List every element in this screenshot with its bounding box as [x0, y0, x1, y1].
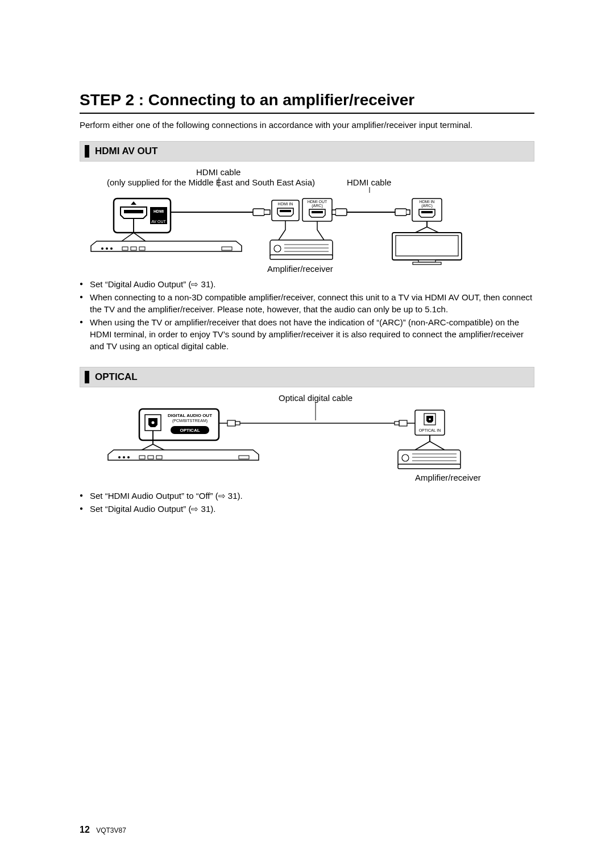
hdmi-bullet-2: When connecting to a non-3D compatible a…	[80, 291, 534, 315]
svg-text:OPTICAL: OPTICAL	[180, 428, 200, 433]
svg-point-9	[106, 247, 108, 250]
label-optical-cable: Optical digital cable	[279, 393, 352, 403]
page-title: STEP 2 : Connecting to an amplifier/rece…	[80, 91, 534, 114]
label-hdmi-cable-note: (only supplied for the Middle East and S…	[107, 177, 315, 187]
svg-rect-37	[421, 211, 433, 213]
section-optical-header: OPTICAL	[80, 367, 534, 387]
label-hdmi-cable-right: HDMI cable	[347, 177, 391, 187]
page-footer: 12 VQT3V87	[80, 825, 126, 835]
svg-point-10	[110, 247, 113, 250]
svg-rect-41	[413, 262, 441, 264]
svg-rect-31	[335, 209, 347, 216]
optical-bullet-list: Set “HDMI Audio Output” to “Off” (⇨ 31).…	[80, 490, 534, 515]
svg-rect-32	[395, 209, 406, 216]
svg-point-51	[123, 456, 125, 458]
section-optical-title: OPTICAL	[95, 371, 138, 383]
section-hdmi-header: HDMI AV OUT	[80, 141, 534, 162]
svg-point-65	[429, 418, 431, 420]
optical-diagram: Optical digital cable Amplifier/receiver…	[80, 393, 534, 484]
svg-rect-61	[395, 421, 399, 425]
svg-rect-68	[398, 450, 460, 466]
section-hdmi-title: HDMI AV OUT	[95, 146, 158, 157]
svg-text:HDMI OUT: HDMI OUT	[308, 200, 327, 204]
svg-rect-60	[399, 420, 407, 426]
hdmi-bullet-1: Set “Digital Audio Output” (⇨ 31).	[80, 278, 534, 290]
svg-text:HDMI IN: HDMI IN	[420, 200, 435, 204]
page-number: 12	[80, 825, 90, 834]
svg-rect-23	[312, 211, 323, 213]
svg-rect-57	[227, 420, 235, 426]
label-amplifier: Amplifier/receiver	[267, 264, 333, 274]
optical-bullet-2: Set “Digital Audio Output” (⇨ 31).	[80, 503, 534, 515]
svg-point-8	[101, 247, 103, 250]
optical-svg: DIGITAL AUDIO OUT (PCM/BITSTREAM) OPTICA…	[80, 393, 534, 484]
label-hdmi-cable-top: HDMI cable	[196, 167, 240, 177]
label-amplifier-optical: Amplifier/receiver	[415, 473, 481, 482]
svg-rect-40	[418, 260, 435, 262]
svg-text:HDMI: HDMI	[154, 209, 164, 213]
svg-text:HDMI IN: HDMI IN	[278, 202, 293, 206]
svg-rect-69	[398, 464, 460, 469]
hdmi-diagram: HDMI cable (only supplied for the Middle…	[80, 167, 534, 272]
svg-point-52	[127, 456, 130, 458]
svg-rect-39	[396, 235, 458, 256]
svg-text:DIGITAL AUDIO OUT: DIGITAL AUDIO OUT	[168, 413, 212, 418]
svg-text:(ARC): (ARC)	[421, 204, 432, 208]
svg-rect-19	[280, 210, 291, 212]
svg-text:(PCM/BITSTREAM): (PCM/BITSTREAM)	[172, 419, 208, 423]
svg-point-50	[118, 456, 121, 458]
svg-text:OPTICAL IN: OPTICAL IN	[419, 428, 441, 432]
document-page: STEP 2 : Connecting to an amplifier/rece…	[0, 0, 614, 868]
av-out-text: AV OUT	[151, 220, 166, 224]
svg-text:(ARC): (ARC)	[312, 204, 322, 208]
intro-text: Perform either one of the following conn…	[80, 119, 534, 131]
hdmi-bullet-3: When using the TV or amplifier/receiver …	[80, 316, 534, 352]
svg-rect-26	[270, 255, 333, 259]
optical-bullet-1: Set “HDMI Audio Output” to “Off” (⇨ 31).	[80, 490, 534, 502]
section-marker	[85, 371, 89, 383]
hdmi-bullet-list: Set “Digital Audio Output” (⇨ 31). When …	[80, 278, 534, 352]
svg-rect-58	[235, 421, 240, 425]
svg-point-45	[152, 421, 155, 424]
svg-rect-3	[124, 210, 143, 213]
section-marker	[85, 145, 89, 158]
svg-rect-15	[253, 209, 264, 216]
doc-id: VQT3V87	[96, 826, 126, 834]
